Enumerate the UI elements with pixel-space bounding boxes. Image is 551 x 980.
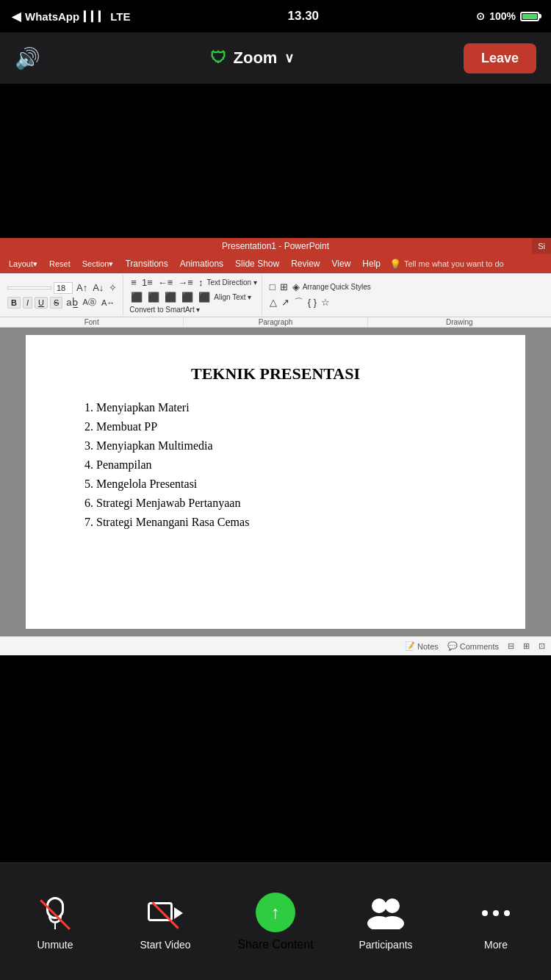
slide-sorter-icon: ⊞ (523, 641, 530, 651)
list-item: 7. Strategi Menangani Rasa Cemas (84, 516, 489, 529)
menu-item-reset[interactable]: Reset (43, 258, 76, 270)
bullets-icon[interactable]: ≡ (129, 276, 138, 289)
bold-button[interactable]: B (7, 297, 21, 309)
time-display: 13.30 (288, 9, 320, 24)
zoom-header: 🔊 🛡 Zoom ∨ Leave (0, 32, 551, 84)
list-item: 4. Penampilan (84, 458, 489, 472)
pp-section-labels: Font Paragraph Drawing (0, 317, 551, 328)
pp-menubar: Layout▾ Reset Section▾ Transitions Anima… (0, 254, 551, 273)
slide-sorter-button[interactable]: ⊞ (523, 641, 530, 651)
menu-item-transitions[interactable]: Transitions (119, 257, 173, 270)
quick-styles-label: Quick Styles (330, 283, 371, 291)
status-left: ◀ WhatsApp ▎▎▎ LTE (12, 10, 130, 24)
highlight-icon[interactable]: Aⓐ (82, 296, 98, 309)
list-item: 2. Membuat PP (84, 420, 489, 433)
convert-smartart-label[interactable]: Convert to SmartArt ▾ (129, 306, 200, 314)
menu-item-help[interactable]: Help (356, 257, 386, 270)
columns-icon[interactable]: ⬛ (197, 291, 212, 303)
text-direction-label[interactable]: Text Direction ▾ (206, 278, 256, 287)
more-button[interactable]: More (441, 893, 551, 951)
slide-area: TEKNIK PRESENTASI 1. Menyiapkan Materi 2… (0, 328, 551, 636)
menu-item-layout[interactable]: Layout▾ (3, 258, 43, 270)
share-arrow-icon: ↑ (271, 902, 280, 923)
list-item: 1. Menyiapkan Materi (84, 401, 489, 414)
triangle-icon[interactable]: △ (268, 296, 278, 309)
increase-indent-icon[interactable]: →≡ (176, 276, 195, 289)
menu-item-animations[interactable]: Animations (174, 257, 229, 270)
align-left-icon[interactable]: ⬛ (129, 291, 144, 303)
participants-button[interactable]: Participants (331, 893, 441, 951)
italic-button[interactable]: I (23, 297, 32, 309)
list-item: 6. Strategi Menjawab Pertanyaan (84, 497, 489, 510)
start-video-button[interactable]: Start Video (110, 893, 220, 951)
strikethrough-button[interactable]: S (50, 297, 62, 309)
tell-me-text[interactable]: Tell me what you want to do (404, 259, 504, 268)
underline-button[interactable]: U (35, 297, 48, 309)
leave-button[interactable]: Leave (464, 43, 536, 73)
bottom-toolbar: Unmute Start Video ↑ Share Content (0, 862, 551, 980)
mic-stand (54, 922, 56, 929)
zoom-center: 🛡 Zoom ∨ (210, 48, 295, 68)
font-color-ab[interactable]: ab̲ (65, 296, 79, 309)
font-family-box[interactable] (7, 287, 51, 289)
unmute-icon-wrap (35, 893, 75, 933)
speaker-icon[interactable]: 🔊 (15, 46, 40, 71)
star-icon[interactable]: ☆ (320, 296, 331, 309)
shapes-icon[interactable]: □ (268, 281, 277, 293)
line-spacing-icon[interactable]: ↕ (197, 276, 205, 289)
justify-icon[interactable]: ⬛ (180, 291, 195, 303)
arrange-label: Arrange (303, 283, 329, 291)
battery-icon (520, 12, 539, 21)
grow-font-icon[interactable]: A↑ (75, 281, 89, 294)
pp-statusbar: 📝 Notes 💬 Comments ⊟ ⊞ ⊡ (0, 636, 551, 655)
zoom-app-name: Zoom (234, 48, 278, 68)
align-text-label[interactable]: Align Text ▾ (214, 293, 251, 301)
reading-view-button[interactable]: ⊡ (539, 641, 545, 651)
menu-item-slideshow[interactable]: Slide Show (229, 257, 285, 270)
share-content-button[interactable]: ↑ Share Content (220, 893, 331, 951)
participants-icon-wrap (366, 893, 406, 933)
unmute-label: Unmute (37, 939, 73, 951)
video-icon-wrap (145, 893, 185, 933)
paragraph-section-label: Paragraph (184, 317, 367, 327)
shrink-font-icon[interactable]: A↓ (91, 281, 105, 294)
tell-me-container: 💡 Tell me what you want to do (389, 259, 504, 270)
slide: TEKNIK PRESENTASI 1. Menyiapkan Materi 2… (26, 335, 525, 629)
chevron-down-icon[interactable]: ∨ (284, 50, 294, 66)
pp-close-button[interactable]: Si (532, 238, 551, 254)
drawing-section-label: Drawing (368, 317, 551, 327)
signal-icon: ▎▎▎ (84, 11, 106, 22)
font-size-box[interactable]: 18 (54, 282, 73, 294)
menu-item-view[interactable]: View (326, 257, 357, 270)
more-label: More (484, 939, 508, 951)
carrier-label: WhatsApp (25, 10, 79, 23)
menu-item-review[interactable]: Review (285, 257, 325, 270)
paragraph-section: ≡ 1≡ ←≡ →≡ ↕ Text Direction ▾ ⬛ ⬛ ⬛ ⬛ ⬛ … (125, 275, 262, 315)
drawing-section: □ ⊞ ◈ Arrange Quick Styles △ ↗ ⌒ { } ☆ (264, 275, 548, 315)
unmute-button[interactable]: Unmute (0, 893, 110, 951)
notes-button[interactable]: 📝 Notes (405, 641, 439, 651)
notes-label: Notes (417, 642, 439, 651)
menu-item-section[interactable]: Section▾ (76, 258, 120, 270)
arrange-icon[interactable]: ⊞ (278, 281, 289, 293)
slide-list: 1. Menyiapkan Materi 2. Membuat PP 3. Me… (62, 401, 489, 535)
arrow-icon[interactable]: ↗ (280, 296, 291, 309)
more-dots-icon (482, 910, 510, 916)
align-center-icon[interactable]: ⬛ (146, 291, 161, 303)
brace-icon[interactable]: { } (306, 296, 318, 309)
char-spacing-icon[interactable]: A↔ (100, 298, 116, 308)
clear-format-icon[interactable]: ✧ (107, 281, 118, 294)
back-arrow-icon: ◀ (12, 10, 21, 24)
pp-toolbar: 18 A↑ A↓ ✧ B I U S ab̲ Aⓐ A↔ ≡ 1≡ ←≡ →≡ (0, 273, 551, 317)
start-video-label: Start Video (140, 939, 190, 951)
font-section: 18 A↑ A↓ ✧ B I U S ab̲ Aⓐ A↔ (3, 275, 123, 315)
normal-view-button[interactable]: ⊟ (508, 641, 514, 651)
quick-styles-icon[interactable]: ◈ (291, 281, 301, 293)
numbering-icon[interactable]: 1≡ (140, 276, 154, 289)
align-right-icon[interactable]: ⬛ (163, 291, 178, 303)
slide-title: TEKNIK PRESENTASI (191, 364, 360, 383)
comments-button[interactable]: 💬 Comments (447, 641, 499, 651)
curve-icon[interactable]: ⌒ (292, 295, 305, 310)
decrease-indent-icon[interactable]: ←≡ (156, 276, 175, 289)
reading-view-icon: ⊡ (539, 641, 545, 651)
